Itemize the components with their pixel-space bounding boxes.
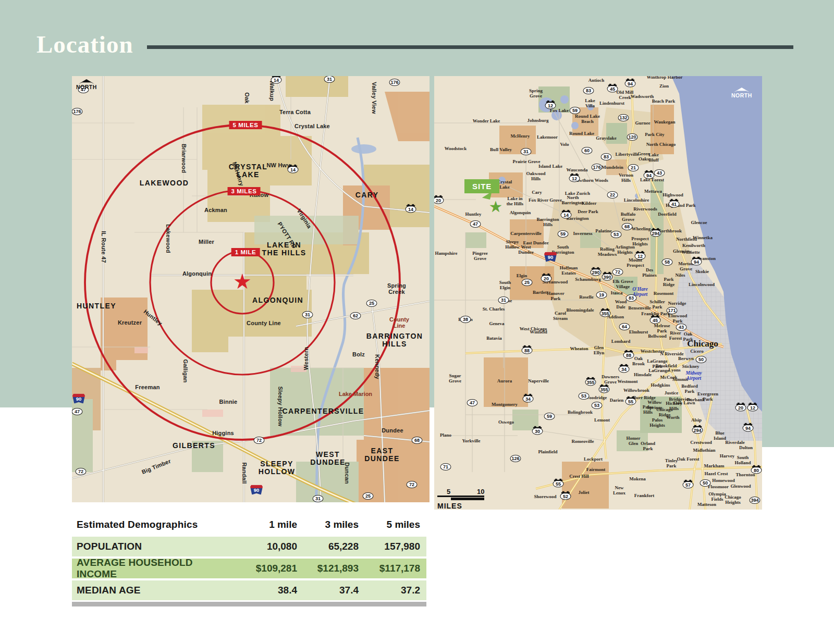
map-scale: 5 10 MILES [437, 488, 485, 510]
table-footer-bar [72, 602, 426, 606]
row-label: MEDIAN AGE [72, 585, 236, 596]
title-divider [147, 45, 793, 49]
row-label: POPULATION [72, 541, 236, 552]
site-star-icon: ★ [233, 271, 252, 292]
row-value: 37.2 [359, 585, 426, 596]
scale-bar-thick [451, 498, 484, 500]
col-1-mile: 1 mile [236, 519, 297, 530]
regional-map[interactable]: AntiochZionWinthrop HarborSpring GroveFo… [434, 76, 762, 510]
ring-badge: 1 MILE [231, 248, 260, 256]
row-value: $109,281 [236, 563, 297, 574]
side-band [762, 407, 834, 447]
scale-5: 5 [447, 488, 450, 496]
page-title: Location [36, 30, 133, 58]
demographics-title: Estimated Demographics [72, 519, 236, 530]
table-row: POPULATION10,08065,228157,980 [72, 537, 426, 556]
demographics-header: Estimated Demographics 1 mile 3 miles 5 … [72, 515, 426, 535]
ring-badge: 3 MILES [228, 187, 261, 195]
table-row: AVERAGE HOUSEHOLD INCOME$109,281$121,893… [72, 559, 426, 578]
row-value: 38.4 [236, 585, 297, 596]
col-3-miles: 3 miles [297, 519, 359, 530]
row-value: 157,980 [359, 541, 426, 552]
north-arrow-icon: NORTH [731, 88, 752, 98]
radius-map[interactable]: 5 MILES3 MILES1 MILE LAKEWOODCRYSTAL LAK… [72, 76, 430, 502]
scale-unit: MILES [437, 502, 485, 510]
scale-bar [437, 496, 484, 497]
demographics-table: Estimated Demographics 1 mile 3 miles 5 … [72, 515, 426, 606]
row-value: 37.4 [297, 585, 359, 596]
ring-badge: 5 MILES [229, 121, 262, 129]
page: Location [0, 0, 834, 644]
regional-map-art [434, 76, 762, 510]
table-row: MEDIAN AGE38.437.437.2 [72, 580, 426, 600]
row-value: 65,228 [297, 541, 359, 552]
row-value: 10,080 [236, 541, 297, 552]
scale-10: 10 [477, 488, 484, 496]
north-arrow-icon: NORTH [76, 79, 97, 90]
site-callout: SITE [464, 179, 499, 193]
col-5-miles: 5 miles [359, 519, 426, 530]
row-label: AVERAGE HOUSEHOLD INCOME [72, 557, 236, 580]
row-value: $117,178 [359, 563, 426, 574]
row-value: $121,893 [297, 563, 359, 574]
